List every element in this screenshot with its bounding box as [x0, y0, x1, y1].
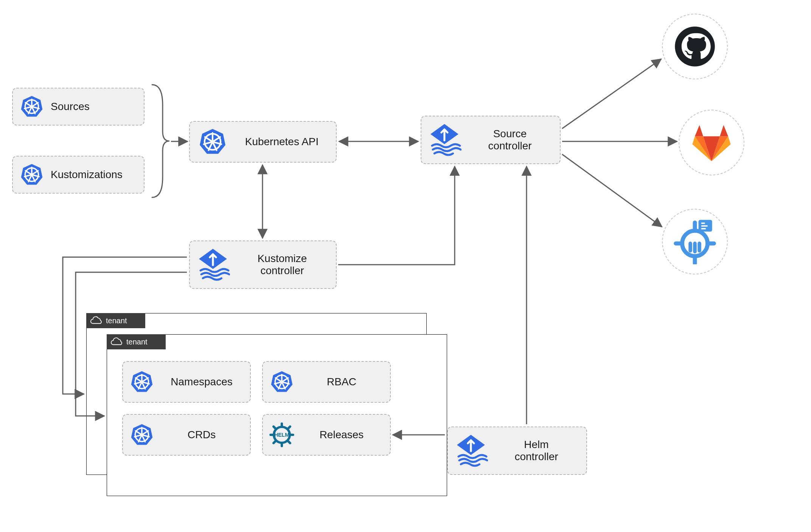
arrow-sourcectrl-github — [562, 59, 661, 129]
provider-gitlab — [679, 110, 744, 175]
box-crds: CRDs — [122, 414, 251, 456]
box-kubernetes-api: Kubernetes API — [189, 121, 337, 163]
flux-icon — [421, 123, 471, 157]
cloud-icon — [90, 316, 102, 325]
tenant-label: tenant — [106, 316, 127, 325]
box-rbac: RBAC — [262, 361, 391, 403]
tenant-label: tenant — [126, 338, 148, 346]
box-source-controller: Source controller — [421, 116, 561, 164]
diagram-canvas: HELM — [0, 0, 811, 532]
box-source-controller-label: Source controller — [471, 128, 560, 152]
github-icon — [674, 26, 716, 67]
provider-github — [662, 14, 728, 79]
box-sources: Sources — [12, 88, 144, 126]
flux-icon — [448, 434, 497, 468]
box-helm-controller-label: Helm controller — [497, 439, 586, 463]
box-kustomize-controller-label: Kustomize controller — [239, 253, 336, 277]
kubernetes-icon — [123, 423, 161, 446]
box-kustomizations: Kustomizations — [12, 156, 144, 194]
box-kubernetes-api-label: Kubernetes API — [235, 136, 336, 148]
box-sources-label: Sources — [51, 101, 144, 113]
arrow-sourcectrl-harbor — [562, 154, 662, 227]
harbor-icon — [672, 219, 718, 264]
provider-harbor — [662, 209, 728, 275]
box-namespaces: Namespaces — [122, 361, 251, 403]
tenant-header: tenant — [107, 334, 166, 349]
box-releases-label: Releases — [301, 429, 390, 441]
box-crds-label: CRDs — [161, 429, 250, 441]
kubernetes-icon — [190, 128, 235, 155]
box-kustomizations-label: Kustomizations — [51, 169, 144, 181]
kubernetes-icon — [123, 371, 161, 393]
flux-icon — [190, 248, 239, 282]
box-namespaces-label: Namespaces — [161, 376, 250, 388]
box-helm-controller: Helm controller — [447, 427, 587, 475]
cloud-icon — [110, 337, 123, 346]
tenant-panel-front: tenant Namespaces RBAC CRDs Release — [107, 334, 447, 496]
box-rbac-label: RBAC — [301, 376, 390, 388]
gitlab-icon — [691, 122, 732, 163]
tenant-header: tenant — [86, 313, 145, 328]
arrow-kustomizectrl-sourcectrl — [338, 166, 455, 265]
box-kustomize-controller: Kustomize controller — [189, 240, 337, 289]
kubernetes-icon — [13, 95, 51, 118]
helm-icon — [263, 422, 301, 448]
kubernetes-icon — [263, 371, 301, 393]
kubernetes-icon — [13, 163, 51, 186]
box-releases: Releases — [262, 414, 391, 456]
brace-icon — [148, 82, 170, 200]
